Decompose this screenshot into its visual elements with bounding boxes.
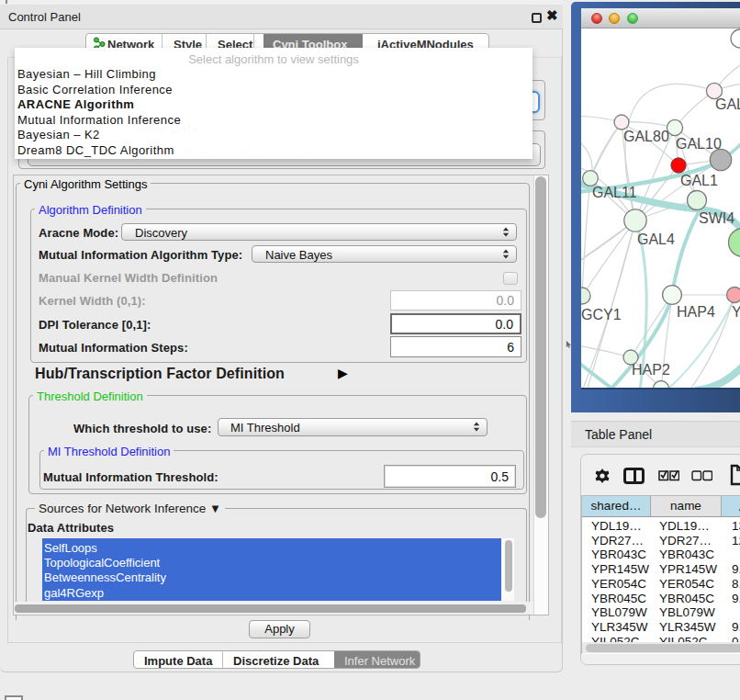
svg-text:GAL7: GAL7 [715, 96, 740, 112]
svg-text:Y: Y [732, 304, 740, 320]
svg-text:HAP4: HAP4 [677, 304, 715, 320]
svg-text:GAL11: GAL11 [592, 185, 637, 200]
svg-text:GAL1: GAL1 [680, 173, 718, 188]
svg-text:SWI4: SWI4 [699, 210, 734, 226]
svg-text:HAP2: HAP2 [632, 362, 670, 378]
svg-text:GAL4: GAL4 [637, 231, 675, 247]
svg-text:GAL10: GAL10 [676, 136, 722, 152]
svg-text:GCY1: GCY1 [581, 307, 622, 322]
svg-text:GAL80: GAL80 [623, 129, 669, 144]
